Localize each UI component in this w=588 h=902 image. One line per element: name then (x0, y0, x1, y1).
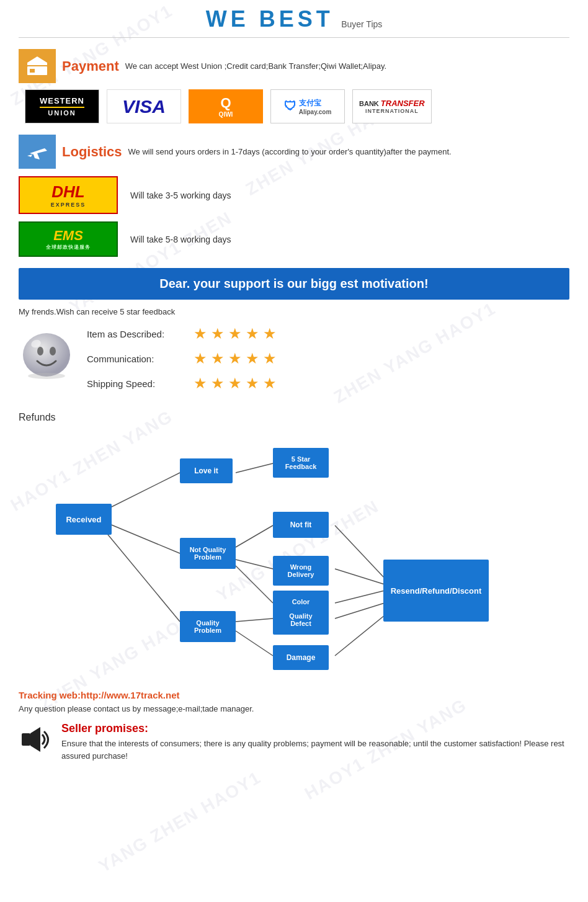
visa-logo: VISA (107, 89, 181, 123)
svg-line-12 (105, 522, 180, 553)
not-quality-box: Not QualityProblem (180, 538, 236, 569)
header-subtitle: Buyer Tips (341, 19, 382, 29)
five-star-box: 5 StarFeedback (273, 448, 329, 478)
rating-label-shipping: Shipping Speed: (87, 378, 186, 389)
payment-desc: We can accept West Union ;Credit card;Ba… (125, 61, 569, 71)
svg-marker-26 (30, 727, 40, 752)
stars-shipping: ★ ★ ★ ★ ★ (194, 375, 277, 392)
quality-problem-box: QualityProblem (180, 611, 236, 642)
feedback-text: My frends.Wish can receive 5 star feedba… (19, 307, 569, 316)
svg-line-23 (335, 603, 385, 618)
svg-point-8 (50, 347, 56, 355)
dhl-logo: DHL EXPRESS (19, 176, 118, 214)
rating-row-communication: Communication: ★ ★ ★ ★ ★ (87, 350, 569, 367)
alipay-logo: 🛡 支付宝 Alipay.com (270, 89, 345, 123)
quality-defect-box: QualityDefect (273, 605, 329, 635)
dhl-row: DHL EXPRESS Will take 3-5 working days (19, 176, 569, 214)
logistics-section: Logistics We will send yours orders in 1… (19, 135, 569, 257)
ratings-block: Item as Described: ★ ★ ★ ★ ★ Communicati… (87, 325, 569, 400)
logistics-label: Logistics (62, 144, 122, 160)
seller-promises-desc: Ensure that the interests of consumers; … (61, 738, 569, 762)
seller-promises-title: Seller promises: (61, 722, 569, 735)
svg-marker-5 (27, 154, 32, 157)
svg-point-6 (23, 333, 70, 377)
speaker-icon (19, 722, 53, 756)
ems-logo: EMS 全球邮政快递服务 (19, 221, 118, 257)
svg-line-11 (105, 473, 180, 510)
refunds-label: Refunds (19, 412, 56, 422)
payment-label: Payment (62, 58, 119, 74)
svg-line-14 (236, 463, 273, 473)
support-banner: Dear. your support is our bigg est motiv… (19, 268, 569, 300)
western-union-logo: WESTERN UNION (25, 89, 99, 123)
ems-days: Will take 5-8 working days (130, 234, 231, 244)
svg-line-21 (335, 569, 385, 584)
received-box: Received (56, 504, 112, 535)
svg-line-24 (335, 615, 385, 656)
header: WE BEST Buyer Tips (19, 6, 569, 38)
svg-marker-4 (30, 148, 47, 159)
love-it-box: Love it (180, 458, 233, 483)
rating-label-communication: Communication: (87, 354, 186, 364)
svg-rect-3 (30, 69, 35, 73)
svg-line-16 (236, 560, 273, 569)
svg-rect-0 (27, 63, 47, 65)
svg-point-10 (28, 373, 65, 379)
rating-row-shipping: Shipping Speed: ★ ★ ★ ★ ★ (87, 375, 569, 392)
svg-line-20 (335, 525, 385, 578)
not-fit-box: Not fit (273, 512, 329, 538)
refunds-section: Refunds (19, 412, 569, 677)
svg-line-19 (236, 631, 273, 656)
stars-described: ★ ★ ★ ★ ★ (194, 325, 277, 342)
svg-point-7 (37, 347, 43, 355)
svg-line-22 (335, 591, 385, 603)
page-content: WE BEST Buyer Tips Payment We can accept… (0, 0, 588, 780)
svg-line-18 (236, 618, 273, 622)
seller-promises-row: Seller promises: Ensure that the interes… (19, 722, 569, 762)
tracking-section: Tracking web:http://www.17track.net Any … (19, 690, 569, 713)
payment-section: Payment We can accept West Union ;Credit… (19, 49, 569, 123)
smiley-icon (19, 325, 74, 381)
svg-line-17 (236, 566, 273, 603)
rating-label-described: Item as Described: (87, 329, 186, 339)
rating-row-described: Item as Described: ★ ★ ★ ★ ★ (87, 325, 569, 342)
tracking-desc: Any question please contact us by messag… (19, 704, 569, 713)
svg-line-15 (236, 525, 273, 547)
qiwi-logo: Q QIWI (189, 89, 263, 123)
svg-marker-2 (27, 56, 47, 63)
logistics-icon (19, 135, 56, 169)
bank-transfer-logo: BANK TRANSFER INTERNATIONAL (352, 89, 432, 123)
seller-text-block: Seller promises: Ensure that the interes… (61, 722, 569, 762)
feedback-row: Item as Described: ★ ★ ★ ★ ★ Communicati… (19, 325, 569, 400)
header-title: WE BEST (206, 6, 334, 32)
payment-logos: WESTERN UNION VISA Q QIWI 🛡 支付宝 (25, 89, 569, 123)
ems-row: EMS 全球邮政快递服务 Will take 5-8 working days (19, 221, 569, 257)
payment-label-row: Payment We can accept West Union ;Credit… (19, 49, 569, 83)
stars-communication: ★ ★ ★ ★ ★ (194, 350, 277, 367)
svg-line-13 (105, 532, 180, 622)
damage-box: Damage (273, 645, 329, 670)
resend-box: Resend/Refund/Discont (383, 560, 489, 622)
dhl-days: Will take 3-5 working days (130, 190, 231, 200)
tracking-link[interactable]: Tracking web:http://www.17track.net (19, 690, 569, 700)
logistics-desc: We will send yours orders in 1-7days (ac… (128, 147, 569, 156)
logistics-label-row: Logistics We will send yours orders in 1… (19, 135, 569, 169)
svg-rect-25 (22, 733, 30, 746)
wrong-delivery-box: WrongDelivery (273, 556, 329, 586)
payment-icon (19, 49, 56, 83)
